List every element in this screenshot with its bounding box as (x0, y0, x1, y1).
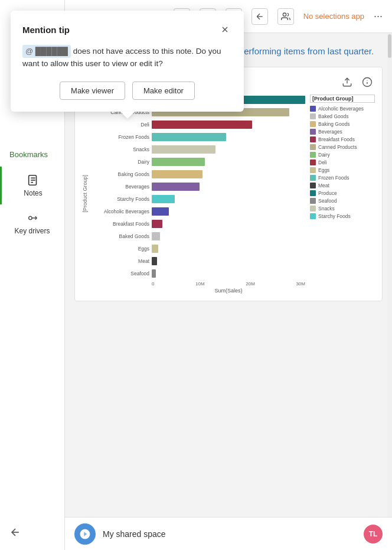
legend-item-label: Seafood (318, 198, 337, 204)
no-selections-label: No selections app (303, 12, 364, 21)
legend-item-label: Canned Products (318, 144, 357, 150)
legend-item-label: Alcoholic Beverages (318, 106, 364, 112)
export-icon (342, 77, 352, 87)
bar-fill (152, 158, 205, 166)
popup-title: Mention tip (22, 25, 70, 35)
people-icon (281, 12, 290, 21)
bar-wrap (152, 269, 305, 278)
bar-label: Meat (90, 258, 149, 264)
bar-fill (152, 245, 158, 253)
legend-item-label: Breakfast Foods (318, 136, 355, 142)
legend-swatch (310, 106, 316, 112)
bar-label: Baked Goods (90, 233, 149, 239)
legend-swatch (310, 206, 316, 211)
legend-swatch (310, 198, 316, 204)
legend-item: Meat (310, 183, 375, 188)
make-viewer-button[interactable]: Make viewer (60, 82, 125, 100)
popup-close-button[interactable] (218, 22, 232, 37)
bar-row: Seafood (90, 268, 305, 279)
sidebar-item-notes[interactable]: Notes (0, 167, 64, 204)
legend-swatch (310, 152, 316, 158)
chart-info-button[interactable] (360, 74, 375, 90)
legend-item: Frozen Foods (310, 175, 375, 181)
chart-export-button[interactable] (339, 74, 355, 90)
bars-area: ProduceCanned ProductsDeliFrozen FoodsSn… (90, 95, 305, 279)
space-logo-icon (79, 528, 91, 540)
notes-icon (27, 174, 40, 187)
bar-row: Starchy Foods (90, 194, 305, 204)
svg-point-4 (28, 216, 32, 220)
popup-buttons: Make viewer Make editor (22, 82, 232, 100)
bar-fill (152, 269, 156, 278)
svg-line-17 (257, 17, 260, 19)
popup-arrow (120, 112, 135, 119)
legend-item: Seafood (310, 198, 375, 204)
bar-fill (152, 183, 200, 191)
bar-wrap (152, 207, 305, 216)
bar-wrap (152, 257, 305, 265)
bar-label: Breakfast Foods (90, 221, 149, 227)
bar-row: Deli (90, 119, 305, 130)
legend-item-label: Produce (318, 190, 337, 196)
bar-fill (152, 121, 252, 129)
y-axis-label-container: [Product Group] (82, 95, 89, 294)
x-axis: 0 10M 20M 30M (90, 281, 305, 287)
bar-wrap (152, 195, 305, 203)
svg-line-18 (257, 14, 260, 17)
bar-row: Baking Goods (90, 169, 305, 180)
collapse-panel-button[interactable] (251, 8, 268, 25)
legend-swatch (310, 213, 316, 219)
legend-item: Dairy (310, 152, 375, 158)
bar-row: Breakfast Foods (90, 219, 305, 229)
collapse-icon (9, 526, 21, 538)
collapse-sidebar-button[interactable] (9, 526, 21, 538)
legend-swatch (310, 144, 316, 150)
legend-swatch (310, 160, 316, 165)
scrollbar[interactable] (387, 33, 392, 517)
bar-label: Snacks (90, 147, 149, 152)
legend-item-label: Baked Goods (318, 113, 349, 119)
more-options-button[interactable]: ··· (374, 10, 383, 22)
legend-swatch (310, 167, 316, 173)
bar-fill (152, 170, 202, 178)
bar-label: Baking Goods (90, 171, 149, 177)
bar-chart: [Product Group] ProduceCanned ProductsDe… (82, 95, 375, 294)
user-avatar[interactable]: TL (364, 525, 383, 544)
bar-row: Beverages (90, 181, 305, 192)
bar-label: Eggs (90, 246, 149, 252)
y-axis-label: [Product Group] (82, 175, 88, 213)
legend-item-label: Beverages (318, 129, 342, 135)
bar-fill (152, 195, 175, 203)
bar-row: Dairy (90, 157, 305, 167)
mention-tip-popup[interactable]: Mention tip @ ██████ does not have acces… (11, 11, 244, 112)
legend-item: Eggs (310, 167, 375, 173)
make-editor-button[interactable]: Make editor (132, 82, 195, 100)
bar-wrap (152, 133, 305, 141)
people-button[interactable] (277, 8, 294, 25)
bar-row: Alcoholic Beverages (90, 206, 305, 217)
chart-main-area: ProduceCanned ProductsDeliFrozen FoodsSn… (90, 95, 305, 294)
legend-item: Beverages (310, 129, 375, 135)
bottom-bar: My shared space TL (65, 517, 392, 550)
bar-wrap (152, 170, 305, 178)
key-drivers-icon (26, 211, 39, 224)
popup-header: Mention tip (22, 22, 232, 37)
legend-item: Alcoholic Beverages (310, 106, 375, 112)
legend-item: Snacks (310, 206, 375, 211)
bar-label: Deli (90, 122, 149, 128)
scroll-thumb[interactable] (388, 34, 391, 58)
bar-wrap (152, 158, 305, 166)
legend-swatch (310, 175, 316, 181)
legend-item-label: Baking Goods (318, 121, 349, 127)
bar-wrap (152, 145, 305, 154)
space-label[interactable]: My shared space (103, 529, 357, 539)
bar-fill (152, 257, 157, 265)
sidebar-item-key-drivers[interactable]: Key drivers (0, 204, 64, 242)
bar-wrap (152, 183, 305, 191)
sidebar-item-bookmarks[interactable]: Bookmarks (0, 142, 64, 167)
bar-label: Beverages (90, 184, 149, 190)
legend-item-label: Snacks (318, 206, 335, 211)
bar-fill (152, 232, 160, 240)
legend-item-label: Frozen Foods (318, 175, 349, 181)
bar-label: Starchy Foods (90, 196, 149, 202)
